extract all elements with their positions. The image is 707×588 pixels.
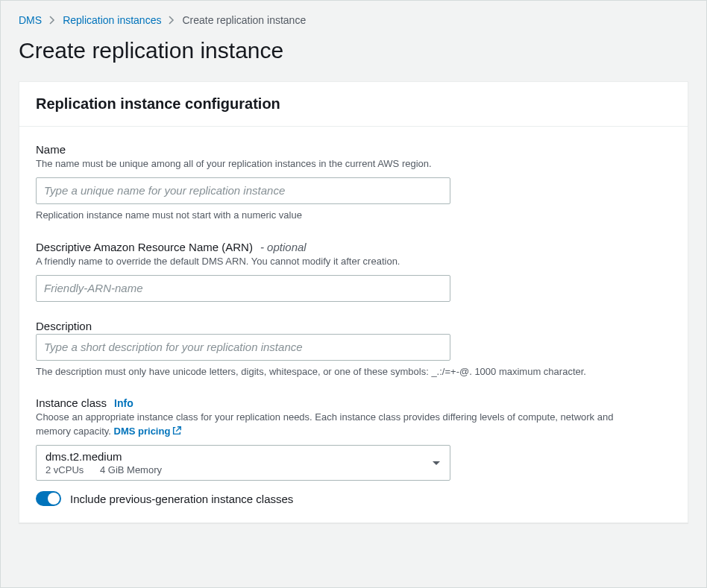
arn-input[interactable] xyxy=(36,275,450,302)
panel-header-title: Replication instance configuration xyxy=(36,95,671,113)
instance-class-select[interactable]: dms.t2.medium 2 vCPUs 4 GiB Memory xyxy=(36,445,450,481)
prev-gen-toggle-row: Include previous-generation instance cla… xyxy=(36,491,671,506)
instance-class-desc: Choose an appropriate instance class for… xyxy=(36,411,618,439)
toggle-knob xyxy=(48,493,60,505)
name-input[interactable] xyxy=(36,177,450,204)
breadcrumb-replication-instances-link[interactable]: Replication instances xyxy=(63,14,161,26)
instance-class-info-link[interactable]: Info xyxy=(114,397,133,409)
external-link-icon xyxy=(172,426,182,436)
breadcrumb: DMS Replication instances Create replica… xyxy=(1,1,706,32)
arn-label: Descriptive Amazon Resource Name (ARN) -… xyxy=(36,241,671,253)
name-hint: Replication instance name must not start… xyxy=(36,209,671,223)
name-label: Name xyxy=(36,143,671,156)
panel-header: Replication instance configuration xyxy=(19,82,688,127)
arn-label-text: Descriptive Amazon Resource Name (ARN) xyxy=(36,241,253,253)
arn-desc: A friendly name to override the default … xyxy=(36,255,671,269)
instance-class-memory: 4 GiB Memory xyxy=(100,464,162,475)
instance-class-selected: dms.t2.medium xyxy=(45,450,162,463)
instance-class-label: Instance class xyxy=(36,396,107,409)
instance-class-label-row: Instance class Info xyxy=(36,396,671,409)
instance-class-field: Instance class Info Choose an appropriat… xyxy=(36,396,671,506)
chevron-right-icon xyxy=(169,16,175,25)
caret-down-icon xyxy=(432,456,441,470)
name-desc: The name must be unique among all of you… xyxy=(36,157,671,171)
page-title: Create replication instance xyxy=(1,32,706,81)
instance-class-specs: 2 vCPUs 4 GiB Memory xyxy=(45,464,162,475)
prev-gen-toggle-label: Include previous-generation instance cla… xyxy=(70,493,293,505)
name-field: Name The name must be unique among all o… xyxy=(36,143,671,223)
config-panel: Replication instance configuration Name … xyxy=(19,81,688,523)
description-field: Description The description must only ha… xyxy=(36,320,671,379)
breadcrumb-current: Create replication instance xyxy=(182,14,306,26)
description-input[interactable] xyxy=(36,334,450,361)
dms-pricing-link[interactable]: DMS pricing xyxy=(114,426,183,437)
description-hint: The description must only have unicode l… xyxy=(36,365,603,379)
arn-optional: - optional xyxy=(260,241,307,253)
instance-class-vcpus: 2 vCPUs xyxy=(45,464,84,475)
breadcrumb-dms-link[interactable]: DMS xyxy=(19,14,42,26)
description-label: Description xyxy=(36,320,671,332)
prev-gen-toggle[interactable] xyxy=(36,491,61,506)
chevron-right-icon xyxy=(49,16,55,25)
arn-field: Descriptive Amazon Resource Name (ARN) -… xyxy=(36,241,671,302)
